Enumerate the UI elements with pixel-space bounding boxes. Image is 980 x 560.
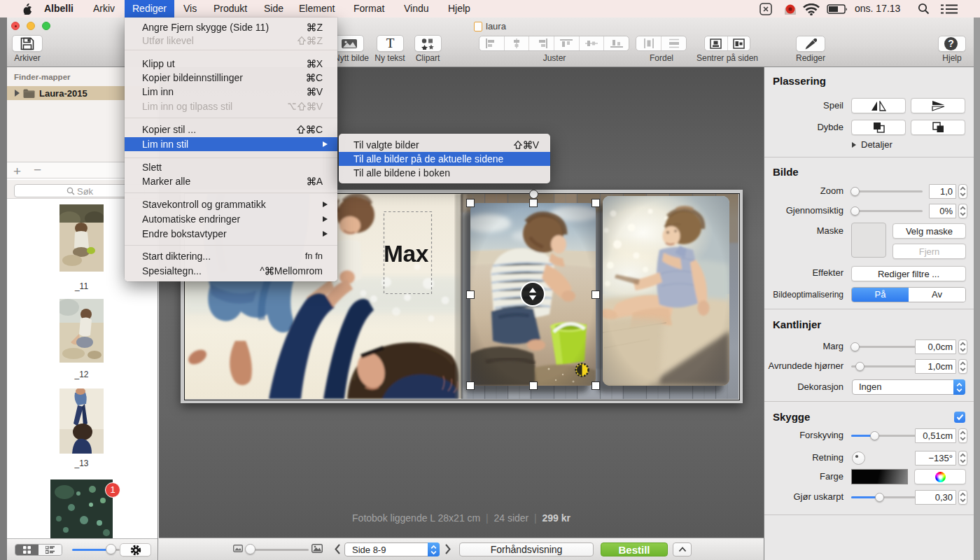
svg-text:Max: Max	[384, 241, 429, 267]
